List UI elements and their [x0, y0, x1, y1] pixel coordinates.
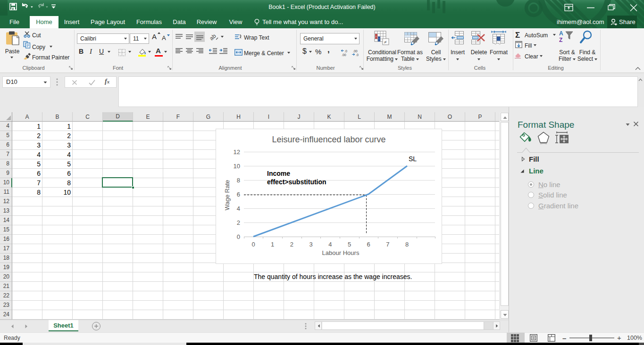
svg-text:2: 2 — [237, 219, 240, 226]
svg-text:4: 4 — [237, 205, 240, 212]
svg-text:Wage Rate: Wage Rate — [224, 180, 231, 211]
svg-text:8: 8 — [405, 241, 409, 248]
svg-text:.00: .00 — [342, 53, 346, 57]
svg-text:Income: Income — [267, 170, 290, 177]
svg-text:12: 12 — [234, 148, 240, 156]
svg-text:≠: ≠ — [384, 39, 387, 45]
svg-text:3: 3 — [309, 241, 312, 248]
svg-text:0: 0 — [251, 241, 255, 248]
svg-text:A: A — [559, 30, 563, 37]
svg-text:.0: .0 — [344, 49, 347, 53]
svg-text:4: 4 — [328, 241, 332, 248]
svg-text:1: 1 — [271, 241, 274, 248]
svg-text:Labour Hours: Labour Hours — [322, 249, 360, 256]
svg-text:Z: Z — [559, 37, 562, 43]
svg-text:effect>substitution: effect>substitution — [267, 178, 326, 186]
svg-text:8: 8 — [237, 177, 240, 184]
svg-text:SL: SL — [409, 155, 417, 163]
svg-text:.00: .00 — [353, 49, 358, 53]
svg-text:.0: .0 — [356, 53, 359, 57]
svg-text:2: 2 — [290, 241, 293, 248]
svg-text:10: 10 — [234, 163, 240, 170]
svg-text:Leisure-influenced labor curve: Leisure-influenced labor curve — [272, 135, 385, 144]
svg-text:5: 5 — [348, 241, 351, 248]
svg-text:ab: ab — [210, 33, 217, 41]
svg-text:6: 6 — [237, 191, 240, 198]
svg-text:6: 6 — [367, 241, 370, 248]
svg-text:7: 7 — [386, 241, 389, 248]
svg-text:0: 0 — [237, 233, 240, 240]
